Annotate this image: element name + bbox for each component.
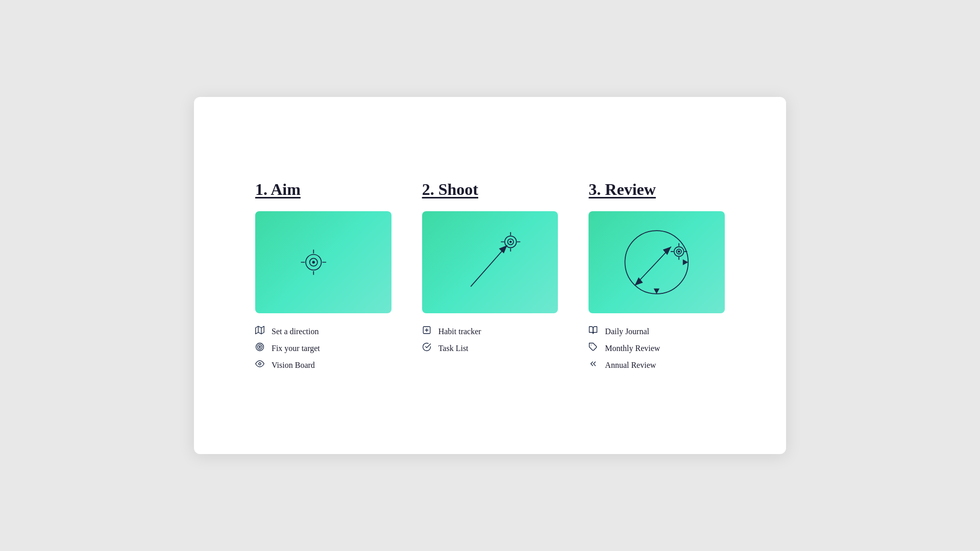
svg-point-6: [312, 261, 314, 263]
aim-illustration: [255, 211, 391, 313]
review-title: 3. Review: [589, 180, 725, 199]
review-item-3-label: Annual Review: [605, 361, 656, 370]
check-circle-icon: [422, 342, 433, 354]
main-card: 1. Aim: [194, 97, 786, 454]
tag-icon: [589, 342, 600, 354]
shoot-item-1: Habit tracker: [422, 325, 558, 337]
chevrons-left-icon: [589, 359, 600, 371]
svg-point-10: [256, 343, 264, 351]
target-icon: [255, 342, 266, 354]
review-item-2-label: Monthly Review: [605, 344, 660, 353]
svg-marker-37: [683, 259, 688, 265]
review-items: Daily Journal Monthly Review Annual Revi…: [589, 325, 725, 371]
shoot-title: 2. Shoot: [422, 180, 558, 199]
book-open-icon: [589, 325, 600, 337]
map-icon: [255, 325, 266, 337]
svg-point-36: [678, 251, 680, 253]
review-item-1: Daily Journal: [589, 325, 725, 337]
aim-item-1-label: Set a direction: [272, 327, 318, 336]
eye-icon: [255, 359, 266, 371]
shoot-items: Habit tracker Task List: [422, 325, 558, 354]
shoot-column: 2. Shoot: [422, 180, 558, 354]
shoot-illustration: [422, 211, 558, 313]
shoot-item-2-label: Task List: [438, 344, 469, 353]
review-illustration: [589, 211, 725, 313]
aim-items: Set a direction Fix your target Vision B…: [255, 325, 391, 371]
aim-item-1: Set a direction: [255, 325, 391, 337]
svg-marker-38: [654, 288, 659, 293]
aim-title: 1. Aim: [255, 180, 391, 199]
aim-item-2: Fix your target: [255, 342, 391, 354]
svg-point-12: [259, 346, 261, 348]
aim-column: 1. Aim: [255, 180, 391, 371]
review-column: 3. Review: [589, 180, 725, 371]
review-item-2: Monthly Review: [589, 342, 725, 354]
shoot-item-1-label: Habit tracker: [438, 327, 481, 336]
plus-square-icon: [422, 325, 433, 337]
review-item-1-label: Daily Journal: [605, 327, 649, 336]
svg-point-13: [259, 363, 261, 365]
svg-marker-7: [256, 327, 264, 334]
aim-item-3: Vision Board: [255, 359, 391, 371]
svg-marker-15: [499, 245, 507, 254]
svg-point-11: [258, 345, 262, 349]
svg-point-22: [510, 241, 511, 243]
shoot-item-2: Task List: [422, 342, 558, 354]
columns-container: 1. Aim: [255, 180, 725, 371]
review-item-3: Annual Review: [589, 359, 725, 371]
aim-item-2-label: Fix your target: [272, 344, 320, 353]
aim-item-3-label: Vision Board: [272, 361, 315, 370]
